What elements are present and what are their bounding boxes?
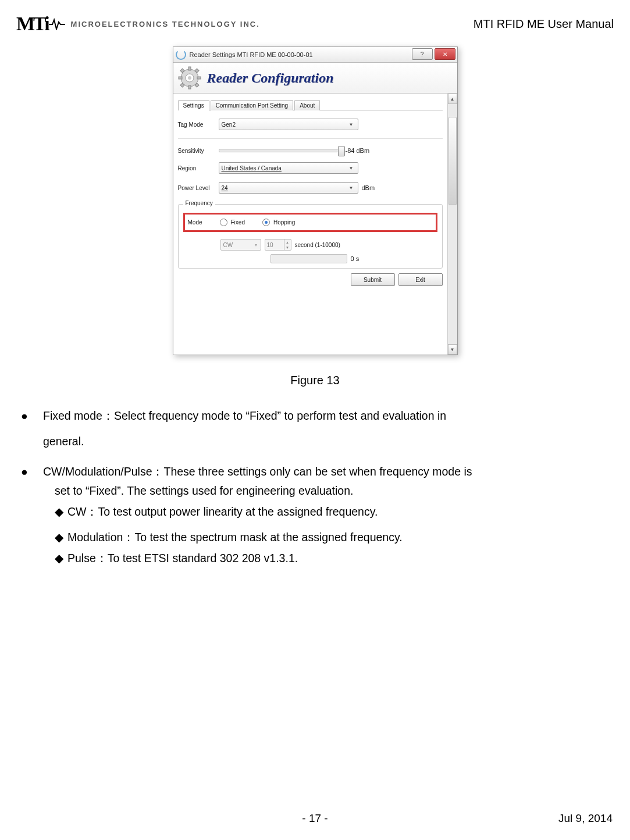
region-label: Region: [178, 165, 219, 171]
banner-title: Reader Configuration: [207, 70, 334, 86]
gear-icon: [178, 66, 201, 90]
reader-settings-window: Reader Settings MTI RFID ME 00-00-00-01 …: [173, 47, 458, 355]
radio-dot-selected-icon: [262, 219, 270, 226]
pulse-text: Pulse：To test ETSI standard 302 208 v1.3…: [67, 552, 298, 564]
logo-subtitle: MICROELECTRONICS TECHNOLOGY INC.: [71, 20, 260, 28]
exit-button[interactable]: Exit: [398, 273, 443, 286]
vertical-scrollbar[interactable]: ▲ ▼: [447, 94, 457, 355]
mode-hopping-radio[interactable]: Hopping: [262, 219, 295, 226]
svg-rect-2: [188, 85, 191, 89]
sub-item: ◆Pulse：To test ETSI standard 302 208 v1.…: [21, 549, 609, 567]
power-level-label: Power Level: [178, 185, 219, 191]
svg-rect-3: [179, 77, 182, 79]
mode-fixed-label: Fixed: [231, 219, 245, 226]
logo-mark: MTi: [16, 13, 65, 35]
app-icon: [176, 49, 186, 60]
region-select[interactable]: United States / Canada ▼: [219, 162, 358, 174]
tab-communication-port[interactable]: Communication Port Setting: [211, 100, 294, 110]
dbm-label: dBm: [362, 184, 375, 191]
chevron-down-icon: ▼: [347, 166, 355, 171]
submit-button[interactable]: Submit: [351, 273, 395, 286]
frequency-mode-highlight: Mode Fixed Hopping: [183, 213, 437, 232]
fixed-mode-text: Fixed mode：Select frequency mode to “Fix…: [43, 409, 446, 422]
scroll-down-icon[interactable]: ▼: [448, 344, 457, 355]
scroll-thumb[interactable]: [449, 117, 457, 205]
cwmod-cont: set to “Fixed”. The settings used for en…: [21, 482, 609, 499]
logo-text: MTi: [16, 13, 48, 35]
divider: [178, 138, 443, 139]
figure-caption: Figure 13: [0, 374, 630, 387]
sub-item: ◆Modulation：To test the spectrum mask at…: [21, 528, 609, 546]
chevron-down-icon: ▼: [254, 243, 258, 247]
sensitivity-slider[interactable]: [219, 149, 342, 152]
close-button[interactable]: ✕: [435, 48, 455, 60]
help-button[interactable]: ?: [412, 48, 433, 60]
list-item: ●CW/Modulation/Pulse：These three setting…: [21, 463, 609, 480]
svg-rect-4: [197, 77, 201, 79]
blank-area: [178, 286, 443, 350]
page-header: MTi MICROELECTRONICS TECHNOLOGY INC. MTI…: [0, 0, 630, 35]
company-logo: MTi MICROELECTRONICS TECHNOLOGY INC.: [16, 13, 260, 35]
list-item: ●Fixed mode：Select frequency mode to “Fi…: [21, 407, 609, 450]
manual-title: MTI RFID ME User Manual: [474, 17, 614, 31]
progress-bar: [270, 254, 347, 263]
region-value: United States / Canada: [222, 165, 282, 171]
seconds-spinner[interactable]: 10 ▲▼: [265, 239, 291, 251]
diamond-icon: ◆: [55, 549, 67, 567]
cw-value: CW: [223, 242, 233, 248]
tab-bar: Settings Communication Port Setting Abou…: [178, 97, 443, 110]
diamond-icon: ◆: [55, 528, 67, 546]
power-level-select[interactable]: 24 ▼: [219, 182, 358, 194]
cw-text: CW：To test output power linearity at the…: [67, 505, 378, 518]
seconds-hint: second (1-10000): [295, 242, 340, 248]
mode-hopping-label: Hopping: [273, 219, 295, 226]
window-banner: Reader Configuration: [173, 63, 457, 94]
seconds-value: 10: [267, 242, 273, 248]
scroll-up-icon[interactable]: ▲: [448, 94, 457, 104]
sensitivity-label: Sensitivity: [178, 148, 219, 154]
frequency-group: Frequency Mode Fixed Hopping CW: [178, 204, 443, 269]
fixed-mode-cont: general.: [43, 432, 609, 450]
tab-about[interactable]: About: [294, 100, 320, 110]
svg-point-10: [188, 76, 191, 80]
progress-value: 0 s: [351, 255, 360, 262]
body-text: ●Fixed mode：Select frequency mode to “Fi…: [0, 407, 630, 567]
cwmod-text: CW/Modulation/Pulse：These three settings…: [43, 465, 472, 478]
page-number: - 17 -: [0, 812, 630, 825]
chevron-down-icon: ▼: [347, 185, 355, 191]
sensitivity-value: -84 dBm: [346, 147, 370, 154]
chevron-down-icon: ▼: [347, 122, 355, 127]
diamond-icon: ◆: [55, 503, 67, 520]
slider-thumb[interactable]: [338, 146, 345, 156]
power-level-value: 24: [222, 185, 228, 191]
frequency-legend: Frequency: [183, 200, 215, 206]
heartbeat-icon: [49, 17, 65, 30]
tag-mode-select[interactable]: Gen2 ▼: [219, 119, 358, 130]
mode-label: Mode: [188, 219, 202, 226]
tag-mode-label: Tag Mode: [178, 121, 219, 128]
bullet-icon: ●: [32, 463, 43, 480]
window-title-text: Reader Settings MTI RFID ME 00-00-00-01: [190, 51, 313, 58]
mode-fixed-radio[interactable]: Fixed: [220, 219, 245, 226]
mod-text: Modulation：To test the spectrum mask at …: [67, 531, 403, 544]
tag-mode-value: Gen2: [222, 121, 236, 128]
page-footer: - 17 - Jul 9, 2014: [0, 812, 630, 825]
sub-item: ◆CW：To test output power linearity at th…: [21, 503, 609, 520]
tab-settings[interactable]: Settings: [178, 100, 209, 110]
spin-up-icon[interactable]: ▲: [284, 240, 291, 245]
cw-select[interactable]: CW ▼: [220, 239, 261, 251]
spin-down-icon[interactable]: ▼: [284, 245, 291, 250]
radio-dot-icon: [220, 219, 227, 226]
svg-rect-1: [188, 67, 191, 70]
window-titlebar[interactable]: Reader Settings MTI RFID ME 00-00-00-01 …: [173, 47, 457, 63]
bullet-icon: ●: [32, 407, 43, 424]
